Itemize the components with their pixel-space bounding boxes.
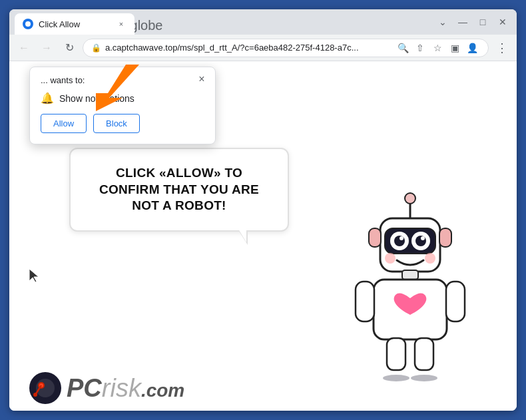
svg-rect-21 xyxy=(415,338,433,370)
svg-point-23 xyxy=(411,375,437,381)
pcrisk-text: PCrisk.com xyxy=(67,375,184,401)
lock-icon: 🔒 xyxy=(91,43,101,53)
pcrisk-logo: PCrisk.com xyxy=(29,372,184,404)
share-icon[interactable]: ⇧ xyxy=(412,40,428,56)
svg-point-12 xyxy=(399,236,403,240)
browser-menu-button[interactable]: ⋮ xyxy=(493,39,511,57)
pcrisk-icon xyxy=(29,372,61,404)
svg-rect-6 xyxy=(439,228,451,247)
title-bar: Click Allow × globe ⌄ — □ ✕ xyxy=(9,9,517,35)
svg-rect-20 xyxy=(387,338,405,370)
address-bar: ← → ↻ 🔒 a.captchawave.top/ms/spl_d_rtt_A… xyxy=(9,35,517,61)
url-box[interactable]: 🔒 a.captchawave.top/ms/spl_d_rtt_A/?c=6a… xyxy=(83,39,489,57)
popup-close-button[interactable]: × xyxy=(195,73,208,86)
page-content: × ... wants to: 🔔 Show notifications All… xyxy=(9,61,517,411)
svg-point-13 xyxy=(421,236,425,240)
window-controls: ⌄ — □ ✕ xyxy=(434,15,511,29)
allow-button[interactable]: Allow xyxy=(41,114,87,133)
active-tab[interactable]: Click Allow × xyxy=(15,13,134,35)
speech-bubble: CLICK «ALLOW» TO CONFIRM THAT YOU ARE NO… xyxy=(69,148,289,232)
svg-point-11 xyxy=(415,236,426,246)
mouse-cursor xyxy=(28,268,41,287)
tab-favicon xyxy=(23,19,33,29)
svg-rect-19 xyxy=(446,282,465,321)
close-button[interactable]: ✕ xyxy=(494,15,511,29)
block-button[interactable]: Block xyxy=(93,114,140,133)
browser-window: Click Allow × globe ⌄ — □ ✕ ← → ↻ 🔒 a.ca… xyxy=(9,9,517,411)
svg-point-10 xyxy=(394,236,405,246)
tab-close-button[interactable]: × xyxy=(116,19,127,29)
svg-marker-1 xyxy=(96,65,139,111)
search-icon[interactable]: 🔍 xyxy=(395,40,411,56)
svg-point-15 xyxy=(425,253,435,264)
new-tab-button[interactable]: globe xyxy=(137,16,156,35)
orange-arrow xyxy=(89,61,142,114)
popup-buttons: Allow Block xyxy=(41,114,204,133)
tab-title: Click Allow xyxy=(39,19,111,29)
robot-illustration xyxy=(344,182,477,384)
bubble-text: CLICK «ALLOW» TO CONFIRM THAT YOU ARE NO… xyxy=(99,166,259,212)
window-chevron-icon[interactable]: ⌄ xyxy=(434,15,451,29)
svg-rect-5 xyxy=(369,228,381,247)
maximize-button[interactable]: □ xyxy=(474,15,491,29)
split-view-icon[interactable]: ▣ xyxy=(447,40,463,56)
svg-point-22 xyxy=(383,375,409,381)
minimize-button[interactable]: — xyxy=(454,15,471,29)
profile-icon[interactable]: 👤 xyxy=(464,40,480,56)
svg-point-14 xyxy=(385,253,395,264)
svg-rect-16 xyxy=(402,270,418,280)
forward-button[interactable]: → xyxy=(37,39,56,57)
bell-icon: 🔔 xyxy=(41,92,54,105)
speech-bubble-container: CLICK «ALLOW» TO CONFIRM THAT YOU ARE NO… xyxy=(69,148,289,232)
svg-point-29 xyxy=(33,393,37,397)
svg-point-3 xyxy=(405,193,415,204)
url-text: a.captchawave.top/ms/spl_d_rtt_A/?c=6aeb… xyxy=(105,43,391,53)
refresh-button[interactable]: ↻ xyxy=(60,39,79,57)
bookmark-icon[interactable]: ☆ xyxy=(429,40,445,56)
svg-rect-18 xyxy=(356,282,374,321)
url-actions: 🔍 ⇧ ☆ ▣ 👤 xyxy=(395,40,480,56)
tab-area: Click Allow × globe xyxy=(15,9,430,35)
back-button[interactable]: ← xyxy=(15,39,33,57)
